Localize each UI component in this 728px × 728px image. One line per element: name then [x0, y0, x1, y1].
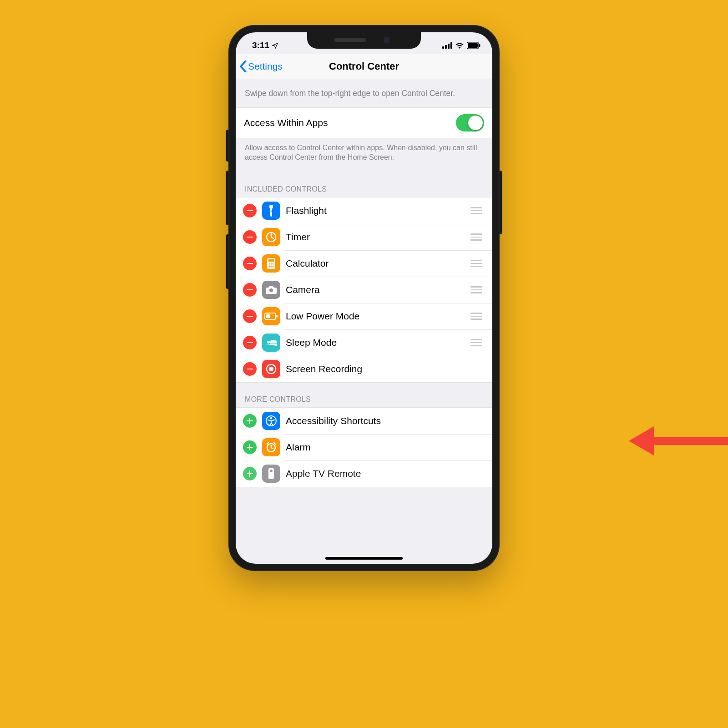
add-button[interactable]: [243, 414, 257, 428]
drag-handle-icon[interactable]: [470, 339, 484, 346]
chevron-left-icon: [239, 61, 247, 72]
svg-point-11: [269, 263, 270, 264]
svg-point-13: [273, 263, 274, 264]
alarm-icon: [262, 438, 280, 456]
flashlight-icon: [262, 202, 280, 220]
row-timer[interactable]: Timer: [236, 224, 492, 250]
row-label: Alarm: [286, 442, 484, 453]
back-button[interactable]: Settings: [239, 61, 283, 72]
row-label: Timer: [286, 232, 465, 243]
svg-point-22: [269, 367, 273, 371]
svg-rect-2: [448, 44, 450, 49]
row-low-power-mode[interactable]: Low Power Mode: [236, 303, 492, 329]
svg-rect-6: [479, 44, 480, 47]
wifi-icon: [455, 42, 464, 49]
camera-icon: [262, 281, 280, 299]
svg-rect-19: [266, 314, 270, 318]
access-within-apps-cell[interactable]: Access Within Apps: [236, 107, 492, 138]
drag-handle-icon[interactable]: [470, 286, 484, 293]
row-label: Calculator: [286, 258, 465, 269]
location-arrow-icon: [272, 42, 278, 49]
status-time: 3:11: [252, 40, 269, 51]
svg-rect-0: [442, 46, 444, 49]
remove-button[interactable]: [243, 257, 257, 270]
row-label: Apple TV Remote: [286, 468, 484, 479]
scroll-content[interactable]: Swipe down from the top-right edge to op…: [236, 79, 492, 564]
remove-button[interactable]: [243, 362, 257, 376]
drag-handle-icon[interactable]: [470, 260, 484, 267]
timer-icon: [262, 228, 280, 246]
svg-point-16: [273, 265, 274, 267]
phone-frame: 3:11 Settings Control Center Swipe down …: [228, 25, 500, 571]
more-controls-list: Accessibility Shortcuts Alarm: [236, 407, 492, 487]
svg-point-15: [271, 265, 272, 267]
battery-icon: [467, 42, 480, 49]
notch: [307, 32, 421, 49]
row-label: Sleep Mode: [286, 337, 465, 348]
row-label: Camera: [286, 284, 465, 295]
remove-button[interactable]: [243, 283, 257, 297]
svg-point-24: [270, 417, 272, 419]
remove-button[interactable]: [243, 204, 257, 217]
home-indicator[interactable]: [325, 557, 403, 560]
included-controls-list: Flashlight Timer: [236, 197, 492, 383]
record-icon: [262, 360, 280, 378]
row-label: Flashlight: [286, 205, 465, 216]
svg-rect-1: [445, 45, 447, 49]
svg-rect-10: [268, 259, 274, 262]
svg-point-14: [269, 265, 270, 267]
signal-icon: [442, 42, 452, 49]
remove-button[interactable]: [243, 230, 257, 244]
remove-button[interactable]: [243, 309, 257, 323]
top-hint: Swipe down from the top-right edge to op…: [236, 79, 492, 107]
svg-point-27: [270, 470, 273, 472]
battery-low-icon: [262, 307, 280, 325]
svg-point-7: [271, 211, 272, 212]
accessibility-icon: [262, 412, 280, 430]
add-button[interactable]: [243, 467, 257, 480]
back-label: Settings: [248, 61, 283, 72]
access-label: Access Within Apps: [244, 117, 328, 128]
row-alarm[interactable]: Alarm: [236, 434, 492, 460]
row-label: Low Power Mode: [286, 311, 465, 322]
annotation-arrow: [629, 426, 728, 455]
access-toggle[interactable]: [456, 114, 484, 131]
remove-button[interactable]: [243, 336, 257, 349]
svg-rect-5: [468, 43, 478, 48]
row-flashlight[interactable]: Flashlight: [236, 197, 492, 224]
row-camera[interactable]: Camera: [236, 277, 492, 303]
phone-screen: 3:11 Settings Control Center Swipe down …: [236, 32, 492, 564]
row-label: Accessibility Shortcuts: [286, 415, 484, 426]
row-apple-tv-remote[interactable]: Apple TV Remote: [236, 460, 492, 487]
drag-handle-icon[interactable]: [470, 233, 484, 241]
add-button[interactable]: [243, 440, 257, 454]
remote-icon: [262, 465, 280, 483]
more-controls-header: MORE CONTROLS: [236, 383, 492, 407]
row-label: Screen Recording: [286, 364, 484, 374]
drag-handle-icon[interactable]: [470, 313, 484, 320]
row-calculator[interactable]: Calculator: [236, 250, 492, 277]
svg-point-12: [271, 263, 272, 264]
access-hint: Allow access to Control Center within ap…: [236, 138, 492, 172]
drag-handle-icon[interactable]: [470, 207, 484, 214]
bed-icon: [262, 334, 280, 352]
row-accessibility-shortcuts[interactable]: Accessibility Shortcuts: [236, 408, 492, 434]
nav-title: Control Center: [329, 61, 399, 72]
row-sleep-mode[interactable]: Sleep Mode: [236, 329, 492, 356]
row-screen-recording[interactable]: Screen Recording: [236, 356, 492, 382]
svg-rect-3: [450, 42, 452, 49]
calculator-icon: [262, 254, 280, 273]
svg-point-17: [269, 288, 273, 292]
nav-bar: Settings Control Center: [236, 54, 492, 79]
svg-rect-20: [276, 315, 278, 318]
included-controls-header: INCLUDED CONTROLS: [236, 172, 492, 197]
